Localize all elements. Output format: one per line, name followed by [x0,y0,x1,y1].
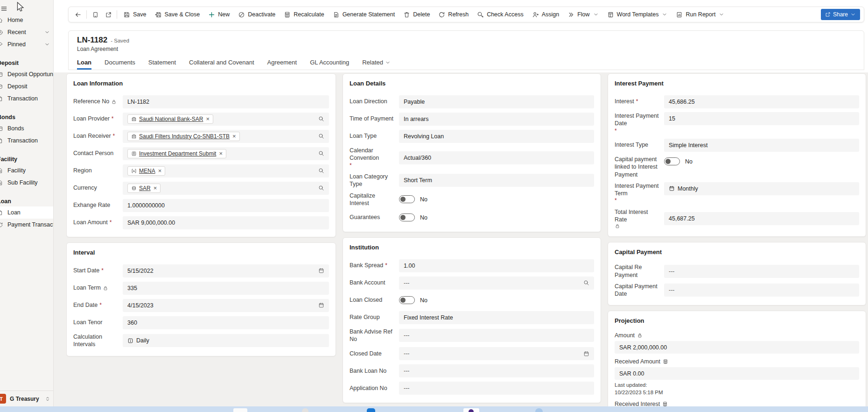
projection-amount-input[interactable]: SAR 2,000,000.00 [615,341,859,354]
interest-type-select[interactable]: Simple Interest [664,139,859,152]
sidebar-item-bonds-transaction[interactable]: Transaction [0,135,53,147]
sidebar-item-payment-transaction[interactable]: Payment Transaction [0,219,53,231]
capital-payment-date-input[interactable]: --- [664,284,859,297]
remove-icon[interactable]: × [158,168,162,174]
run-report-button[interactable]: Run Report [672,8,728,21]
calendar-icon[interactable] [318,302,324,308]
sidebar-item-recent[interactable]: Recent [0,26,53,38]
time-of-payment-select[interactable]: In arrears [399,113,594,126]
capital-re-payment-input[interactable]: --- [664,265,859,278]
calculation-intervals-select[interactable]: Daily [123,334,329,347]
loan-tenor-input[interactable]: 360 [123,316,329,329]
search-icon[interactable] [318,168,324,174]
bank-advise-ref-no-input[interactable]: --- [399,329,594,342]
end-date-input[interactable]: 4/15/2023 [123,299,329,312]
remove-icon[interactable]: × [218,150,223,156]
region-lookup[interactable]: MENA × [123,164,329,178]
sidebar-item-facility[interactable]: Facility [0,164,53,177]
chevron-down-icon[interactable] [44,29,50,35]
recalculate-button[interactable]: Recalculate [280,8,328,21]
tab-related[interactable]: Related [362,59,391,70]
loan-amount-input[interactable]: SAR 9,000,000.00 [123,216,329,229]
lookup-link[interactable]: Saudi Filters Industry Co-SNB1-STB [139,133,230,140]
loan-direction-select[interactable]: Payable [399,95,594,108]
interest-input[interactable]: 45,686.25 [664,95,859,108]
back-button[interactable] [71,8,84,21]
capitalize-interest-toggle[interactable]: No [399,195,427,203]
bank-spread-input[interactable]: 1.00 [399,259,594,272]
rate-group-select[interactable]: Fixed Interest Rate [399,311,594,324]
closed-date-input[interactable]: --- [399,347,594,360]
open-in-new-window-button[interactable] [102,8,115,21]
reference-no-input[interactable]: LN-1182 [123,95,329,108]
received-amount-input[interactable]: SAR 0.00 [615,367,859,380]
sidebar-item-bonds[interactable]: Bonds [0,122,53,135]
flow-button[interactable]: Flow [563,8,602,21]
save-button[interactable]: Save [119,8,151,21]
save-and-close-button[interactable]: Save & Close [151,8,204,21]
refresh-button[interactable]: Refresh [434,8,473,21]
exchange-rate-input[interactable]: 1.0000000000 [123,199,329,212]
bank-account-lookup[interactable]: --- [399,277,594,290]
lookup-link[interactable]: SAR [139,185,151,192]
tab-documents[interactable]: Documents [105,59,135,70]
new-button[interactable]: New [204,8,234,21]
calendar-convention-select[interactable]: Actual/360 [399,151,594,164]
deactivate-button[interactable]: Deactivate [234,8,280,21]
interest-payment-term-select[interactable]: Monthly [664,182,859,195]
taskbar-item[interactable] [302,408,308,412]
lookup-pill[interactable]: Saudi Filters Industry Co-SNB1-STB × [127,132,240,141]
application-no-input[interactable]: --- [399,382,594,395]
currency-lookup[interactable]: SAR × [123,182,329,195]
loan-term-input[interactable]: 335 [123,282,329,295]
tab-collateral-and-covenant[interactable]: Collateral and Covenant [189,59,254,70]
lookup-link[interactable]: MENA [139,168,155,174]
taskbar-item[interactable] [367,408,375,412]
calendar-icon[interactable] [583,351,589,357]
search-icon[interactable] [318,150,324,156]
sidebar-item-home[interactable]: Home [0,14,53,26]
search-icon[interactable] [318,133,324,139]
delete-button[interactable]: Delete [399,8,434,21]
sidebar-item-loan[interactable]: Loan [0,206,53,219]
sidebar-item-deposit-transaction[interactable]: Transaction [0,92,53,105]
sidebar-item-deposit-opportunity[interactable]: Deposit Opportunity [0,68,53,80]
tab-loan[interactable]: Loan [77,59,91,70]
taskbar-item[interactable] [233,408,247,412]
tab-statement[interactable]: Statement [148,59,176,70]
form-view-button[interactable] [89,8,102,21]
lookup-pill[interactable]: Saudi National Bank-SAR × [127,114,213,124]
remove-icon[interactable]: × [232,133,236,139]
sidebar-item-deposit[interactable]: Deposit [0,80,53,92]
calendar-icon[interactable] [318,268,324,274]
check-access-button[interactable]: Check Access [473,8,528,21]
contact-person-lookup[interactable]: Investment Department Submit × [123,147,329,160]
lookup-link[interactable]: Saudi National Bank-SAR [139,116,203,122]
lookup-pill[interactable]: SAR × [127,184,161,193]
start-date-input[interactable]: 5/15/2022 [123,264,329,277]
app-switcher[interactable]: T G Treasury [0,391,53,406]
generate-statement-button[interactable]: Generate Statement [329,8,399,21]
hamburger-menu-button[interactable] [0,3,53,14]
bank-loan-no-input[interactable]: --- [399,364,594,377]
sidebar-item-sub-facility[interactable]: Sub Facility [0,177,53,189]
guarantees-toggle[interactable]: No [399,213,427,221]
lookup-pill[interactable]: Investment Department Submit × [127,149,226,158]
tab-agreement[interactable]: Agreement [267,59,297,70]
sidebar-item-pinned[interactable]: Pinned [0,38,53,50]
capital-linked-toggle[interactable]: No [664,157,693,165]
tab-gl-accounting[interactable]: GL Accounting [310,59,349,70]
loan-provider-lookup[interactable]: Saudi National Bank-SAR × [123,113,329,126]
share-button[interactable]: Share [821,9,860,20]
search-icon[interactable] [318,185,324,191]
lookup-pill[interactable]: MENA × [127,166,165,176]
interest-payment-date-input[interactable]: 15 [664,112,859,125]
loan-category-type-select[interactable]: Short Term [399,174,594,187]
loan-closed-toggle[interactable]: No [399,296,427,304]
remove-icon[interactable]: × [153,185,157,191]
assign-button[interactable]: Assign [528,8,564,21]
chevron-down-icon[interactable] [44,42,50,47]
search-icon[interactable] [583,280,589,286]
search-icon[interactable] [318,116,324,122]
word-templates-button[interactable]: Word Templates [603,8,672,21]
